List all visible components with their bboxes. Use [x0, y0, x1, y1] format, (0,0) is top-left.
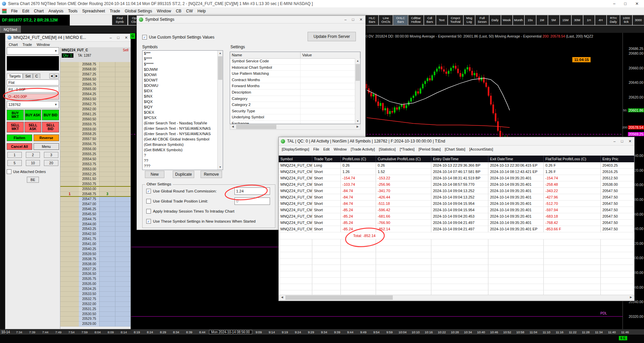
cell-entry-datetime[interactable]: 2024-10-14 07:46:17.581 BP — [431, 169, 488, 175]
dom-price-row[interactable]: 20530.50 — [60, 312, 130, 317]
menu-item[interactable]: [Chart Stats] — [443, 147, 467, 151]
dom-buy-cell2[interactable] — [115, 297, 130, 302]
dom-sell-cell[interactable] — [60, 142, 79, 147]
cell-flattoflat-pl[interactable]: -768.42 — [544, 220, 601, 226]
dom-price-cell[interactable]: 20547.00 — [79, 202, 99, 207]
dom-buy-cell[interactable] — [99, 112, 115, 117]
dom-buy-cell2[interactable] — [115, 137, 130, 142]
cell-cumulative-pl[interactable]: -766.90 — [376, 220, 431, 226]
menu-item[interactable]: [Period Stats] — [417, 147, 442, 151]
dom-sell-cell[interactable]: 1 — [60, 192, 79, 197]
dom-buy-cell2[interactable] — [115, 247, 130, 252]
dom-buy-cell2[interactable] — [115, 267, 130, 272]
menu-item[interactable]: Edit — [20, 7, 32, 14]
dom-buy-cell2[interactable] — [115, 192, 130, 197]
dom-buy-cell[interactable] — [99, 72, 115, 77]
dom-sell-cell[interactable] — [60, 177, 79, 182]
dom-sell-cell[interactable] — [60, 182, 79, 187]
dom-buy-cell[interactable] — [99, 182, 115, 187]
tab-scroll-right-icon[interactable]: ▶ — [54, 73, 59, 78]
dom-sell-cell[interactable] — [60, 162, 79, 167]
dom-price-row[interactable]: 20538.00 — [60, 262, 130, 267]
dom-buy-cell2[interactable] — [115, 272, 130, 277]
dom-price-row[interactable]: 20541.00 — [60, 242, 130, 247]
dom-price-row[interactable]: 20534.25 — [60, 287, 130, 292]
dom-buy-cell[interactable] — [99, 67, 115, 72]
cell-profit-loss[interactable]: -84.74 — [341, 201, 376, 207]
menu-item[interactable]: [Statistics] — [377, 147, 397, 151]
cell-exit-datetime[interactable]: 2024-10-14 09:35:20.401 EP — [488, 226, 544, 232]
quantity-button[interactable]: 2 — [26, 152, 40, 158]
dom-price-cell[interactable]: 20541.00 — [79, 242, 99, 247]
dom-price-row[interactable]: 20553.00 — [60, 167, 130, 172]
dom-price-row[interactable]: 20568.00 — [60, 67, 130, 72]
dom-buy-cell[interactable] — [99, 272, 115, 277]
dom-sell-cell[interactable] — [60, 87, 79, 92]
menu-item[interactable]: Chart — [7, 43, 20, 47]
duplicate-button[interactable]: Duplicate — [173, 171, 194, 178]
dom-sell-cell[interactable] — [60, 197, 79, 202]
dom-sell-cell[interactable] — [60, 292, 79, 297]
symbol-list-item[interactable]: $IQY — [143, 104, 218, 110]
dom-price-row[interactable]: 20532.00 — [60, 302, 130, 307]
dom-buy-cell[interactable] — [99, 97, 115, 102]
setting-name-cell[interactable]: Exchange — [230, 121, 301, 124]
maximize-icon[interactable]: □ — [621, 139, 623, 144]
tab-scroll-left-icon[interactable]: ◀ — [49, 73, 54, 78]
dom-buy-cell[interactable] — [99, 292, 115, 297]
dom-buy-cell[interactable] — [99, 287, 115, 292]
scroll-up-icon[interactable]: ▲ — [218, 51, 223, 56]
dom-buy-cell2[interactable] — [115, 167, 130, 172]
dom-price-row[interactable]: 20539.50 — [60, 252, 130, 257]
dom-sell-cell[interactable] — [60, 172, 79, 177]
cell-symbol[interactable]: MNQZ24_FUT_CME — [279, 181, 312, 188]
cell-entry-price[interactable]: 20512.50 — [601, 175, 634, 181]
cell-symbol[interactable]: MNQZ24_FUT_CME — [279, 220, 312, 226]
cell-profit-loss[interactable]: -85.24 — [341, 220, 376, 226]
dialog-titlebar[interactable]: Symbol Settings – □ ✕ — [137, 16, 365, 23]
dom-price-cell[interactable]: 20544.75 — [79, 217, 99, 222]
symbol-list-item[interactable]: (Get All CBOE Global Indexes Symbol — [143, 136, 218, 142]
checkbox-checked-icon[interactable]: ✓ — [146, 189, 151, 193]
chart-link-badge[interactable]: G — [130, 33, 135, 39]
dom-buy-cell[interactable] — [99, 212, 115, 217]
dom-sell-cell[interactable] — [60, 152, 79, 157]
dom-buy-cell2[interactable] — [115, 92, 130, 97]
dom-price-row[interactable]: 20566.50 — [60, 77, 130, 82]
symbol-list-item[interactable]: $*** — [143, 51, 218, 56]
toolbar-button[interactable]: 1M — [536, 15, 548, 25]
menu-item[interactable]: [DisplaySettings] — [280, 147, 311, 151]
close-icon[interactable]: ✕ — [360, 17, 363, 22]
dom-price-row[interactable]: 20529.75 — [60, 317, 130, 322]
dom-price-row[interactable]: 20550.00 — [60, 187, 130, 192]
dom-buy-cell[interactable]: 3 — [99, 192, 115, 197]
toolbar-button[interactable]: Find Symb — [112, 15, 127, 25]
toolbar-button[interactable]: Daily — [489, 15, 501, 25]
dom-buy-cell2[interactable] — [115, 277, 130, 282]
cell-flattoflat-pl[interactable]: -512.70 — [544, 201, 601, 207]
menu-item[interactable]: File — [9, 7, 20, 14]
dom-buy-cell[interactable] — [99, 252, 115, 257]
close-icon[interactable]: ✕ — [629, 139, 632, 144]
dom-price-cell[interactable]: 20533.50 — [79, 292, 99, 297]
dom-price-cell[interactable]: 20565.75 — [79, 82, 99, 87]
checkbox-checked-icon[interactable]: ✓ — [142, 35, 147, 40]
dom-buy-cell2[interactable] — [115, 62, 130, 67]
cell-symbol[interactable]: MNQZ24_FUT_CME — [279, 201, 312, 207]
dom-price-cell[interactable]: 20538.75 — [79, 257, 99, 262]
dom-buy-cell[interactable] — [99, 222, 115, 227]
table-row[interactable]: MNQZ24_FUT_CME Short -85.24 -681.66 2024… — [279, 213, 634, 220]
menu-item[interactable]: Help — [195, 7, 208, 14]
dom-price-row[interactable]: 20533.50 — [60, 292, 130, 297]
dom-sell-cell[interactable] — [60, 247, 79, 252]
new-button[interactable]: New — [145, 171, 164, 178]
menu-item[interactable]: Spreadsheet — [80, 7, 107, 14]
cell-exit-datetime[interactable]: 2024-10-14 08:12:43.421 EP — [488, 169, 544, 175]
dom-buy-cell2[interactable] — [115, 312, 130, 317]
update-from-server-button[interactable]: Update From Server — [308, 32, 356, 41]
dom-price-cell[interactable]: 20559.75 — [79, 122, 99, 127]
cell-symbol[interactable]: MNQZ24_FUT_CME — [279, 207, 312, 213]
tal-column-header[interactable]: Entry Pric — [601, 156, 634, 162]
table-row[interactable]: MNQZ24_FUT_CME Short -103.74 -256.96 202… — [279, 181, 634, 188]
setting-value-cell[interactable] — [301, 114, 355, 120]
